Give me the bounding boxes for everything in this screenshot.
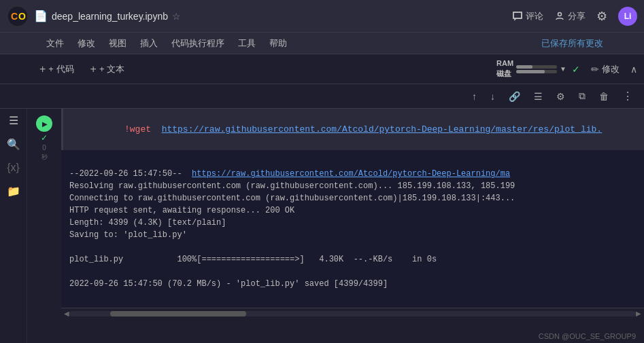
cell-1: ▶ ✓ 0 秒 !wget https://raw.githubusercont… [27,109,644,319]
share-button[interactable]: 分享 [554,10,586,22]
scroll-left-arrow[interactable]: ◀ [64,310,69,317]
file-name[interactable]: deep_learning_turkey.ipynb [52,11,168,22]
notebook: ▶ ✓ 0 秒 !wget https://raw.githubusercont… [27,109,644,343]
output-line-6: Saving to: 'plot_lib.py' [69,230,187,240]
settings-button[interactable]: ⚙ [596,9,607,24]
sidebar: ☰ 🔍 {x} 📁 [0,109,27,343]
share-icon [554,11,565,22]
topbar-actions: 评论 分享 ⚙ Li [512,7,637,26]
file-title: 📄 deep_learning_turkey.ipynb ☆ [34,10,181,22]
menu-view[interactable]: 视图 [103,35,132,52]
check-icon: ✓ [572,64,580,75]
scrollbar-thumb[interactable] [110,311,246,317]
colab-logo[interactable]: C O [7,5,29,27]
ram-bar-fill [516,65,532,69]
cell-number: 0 [42,144,46,151]
ram-disk-labels: RAM 磁盘 [496,59,513,79]
ram-bars [516,65,557,73]
file-icon: 📄 [34,10,48,22]
cell-body: !wget https://raw.githubusercontent.com/… [61,109,644,319]
ram-section: RAM 磁盘 ▼ [496,59,566,79]
toolbar-left: + + 代码 + + 文本 [34,60,130,78]
main-area: ☰ 🔍 {x} 📁 ▶ ✓ 0 秒 !wget https://raw.gith… [0,109,644,343]
scrollbar[interactable]: ◀ ▶ [61,308,644,319]
menu-tools[interactable]: 工具 [233,35,261,52]
sidebar-search-icon[interactable]: 🔍 [7,138,20,151]
toolbar: + + 代码 + + 文本 RAM 磁盘 [0,54,644,84]
cell-toolbar: ↑ ↓ 🔗 ☰ ⚙ ⧉ 🗑 ⋮ [0,84,644,109]
sidebar-folder-icon[interactable]: 📁 [7,185,20,198]
ram-dropdown-arrow[interactable]: ▼ [560,65,566,73]
cell-output: --2022-09-26 15:47:50-- https://raw.gith… [61,150,644,308]
cell-input[interactable]: !wget https://raw.githubusercontent.com/… [61,109,644,150]
delete-button[interactable]: 🗑 [595,88,613,105]
star-icon[interactable]: ☆ [172,11,181,22]
output-url: https://raw.githubusercontent.com/Atcold… [192,169,510,179]
menu-help[interactable]: 帮助 [264,35,292,52]
ram-label: RAM [496,59,513,67]
add-code-label: + 代码 [48,63,73,75]
modify-button[interactable]: ✏ 修改 [586,60,625,78]
output-line-2: Resolving raw.githubusercontent.com (raw… [69,181,515,191]
run-icon: ▶ [42,120,48,128]
svg-point-3 [558,12,562,16]
menu-file[interactable]: 文件 [41,35,69,52]
cell-time: 秒 [41,153,48,162]
saved-status: 已保存所有更改 [541,37,603,50]
svg-text:O: O [18,11,26,22]
url-text: https://raw.githubusercontent.com/Atcold… [162,124,603,134]
footer-text: CSDN @OUC_SE_GROUP9 [539,332,636,340]
output-line-1: --2022-09-26 15:47:50-- https://raw.gith… [69,169,510,179]
menu-insert[interactable]: 插入 [135,35,163,52]
disk-bar-fill [516,70,545,73]
scroll-right-arrow[interactable]: ▶ [636,310,641,317]
share-label: 分享 [568,10,586,22]
list-button[interactable]: ☰ [530,88,547,105]
svg-text:C: C [11,11,18,22]
menubar: 文件 修改 视图 插入 代码执行程序 工具 帮助 已保存所有更改 [0,33,644,54]
comment-icon [512,11,523,22]
comment-label: 评论 [526,10,543,22]
cell-gutter: ▶ ✓ 0 秒 [27,109,61,319]
run-button[interactable]: ▶ [36,115,52,132]
more-button[interactable]: ⋮ [618,87,637,105]
move-up-button[interactable]: ↑ [468,88,481,105]
plus-icon: + [39,63,46,75]
disk-bar-track [516,70,557,73]
topbar: C O 📄 deep_learning_turkey.ipynb ☆ 评论 分享… [0,0,644,33]
footer: CSDN @OUC_SE_GROUP9 [530,329,644,343]
link-button[interactable]: 🔗 [505,88,524,105]
output-line-5: Length: 4399 (4.3K) [text/plain] [69,218,226,228]
add-text-button[interactable]: + + 文本 [85,60,131,78]
output-line-4: HTTP request sent, awaiting response... … [69,206,294,215]
menu-runtime[interactable]: 代码执行程序 [166,35,230,52]
menu-edit[interactable]: 修改 [72,35,101,52]
scrollbar-track [69,311,636,317]
move-down-button[interactable]: ↓ [486,88,499,105]
cmd-text: !wget [124,124,151,134]
toolbar-right: RAM 磁盘 ▼ ✓ ✏ 修改 ∧ [496,59,637,79]
gear-button[interactable]: ⚙ [552,88,569,105]
output-line-3: Connecting to raw.githubusercontent.com … [69,194,515,203]
output-line-8: 2022-09-26 15:47:50 (70.2 MB/s) - 'plot_… [69,279,388,289]
modify-label: 修改 [602,63,620,75]
ram-bar-track [516,65,557,69]
copy-button[interactable]: ⧉ [575,88,590,105]
avatar[interactable]: Li [618,7,637,26]
sidebar-code-icon[interactable]: {x} [7,162,20,174]
comment-button[interactable]: 评论 [512,10,543,22]
pencil-icon: ✏ [591,64,599,75]
cell-check: ✓ [41,133,48,143]
add-text-label: + 文本 [99,63,124,75]
add-code-button[interactable]: + + 代码 [34,60,80,78]
sidebar-menu-icon[interactable]: ☰ [9,114,18,127]
output-line-7: plot_lib.py 100%[===================>] 4… [69,255,437,264]
disk-label: 磁盘 [496,69,513,79]
chevron-up-icon[interactable]: ∧ [630,64,637,75]
plus-icon-2: + [90,63,97,75]
